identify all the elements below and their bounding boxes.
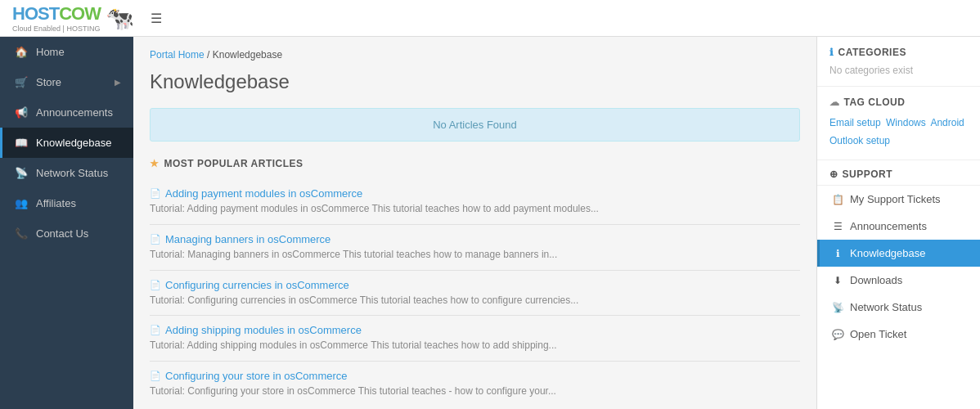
- content-main: Portal Home / Knowledgebase Knowledgebas…: [133, 37, 816, 409]
- article-desc: Tutorial: Managing banners in osCommerce…: [150, 248, 800, 262]
- tag-cloud-label: TAG CLOUD: [844, 97, 906, 108]
- page-title: Knowledgebase: [150, 70, 800, 93]
- content-area: Portal Home / Knowledgebase Knowledgebas…: [133, 37, 980, 409]
- logo-text: HOSTCOW Cloud Enabled | HOSTING: [12, 3, 101, 33]
- breadcrumb-home-link[interactable]: Portal Home: [150, 49, 205, 61]
- breadcrumb: Portal Home / Knowledgebase: [150, 49, 800, 61]
- tag-link[interactable]: Email setup: [829, 117, 881, 128]
- support-item-label: My Support Tickets: [850, 193, 941, 205]
- article-title-link[interactable]: 📄 Adding shipping modules in osCommerce: [150, 324, 800, 336]
- info-icon: ℹ: [829, 47, 834, 58]
- breadcrumb-separator: /: [207, 49, 213, 61]
- sidebar-item-knowledgebase[interactable]: 📖 Knowledgebase: [0, 128, 133, 158]
- kb-icon: ℹ: [832, 248, 843, 259]
- tickets-icon: 📋: [832, 194, 843, 205]
- support-item-label: Knowledgebase: [850, 247, 926, 259]
- globe-icon: ⊕: [829, 169, 838, 180]
- sidebar-item-home[interactable]: 🏠 Home: [0, 37, 133, 67]
- sidebar-item-affiliates[interactable]: 👥 Affiliates: [0, 188, 133, 218]
- article-icon: 📄: [150, 280, 161, 290]
- article-title-text: Configuring currencies in osCommerce: [165, 279, 349, 291]
- breadcrumb-current: Knowledgebase: [213, 49, 282, 61]
- logo-subtitle: Cloud Enabled | HOSTING: [12, 25, 101, 33]
- contact-icon: 📞: [15, 227, 28, 240]
- article-item: 📄 Managing banners in osCommerce Tutoria…: [150, 225, 800, 271]
- article-item: 📄 Adding shipping modules in osCommerce …: [150, 316, 800, 362]
- tag-cloud-title: ☁ TAG CLOUD: [829, 97, 968, 108]
- knowledgebase-icon: 📖: [15, 137, 28, 149]
- support-item-downloads[interactable]: ⬇ Downloads: [817, 267, 980, 294]
- section-header-popular: ★ MOST POPULAR ARTICLES: [150, 158, 800, 169]
- article-title-text: Managing banners in osCommerce: [165, 233, 330, 245]
- sidebar-item-contact-us[interactable]: 📞 Contact Us: [0, 218, 133, 249]
- support-item-knowledgebase[interactable]: ℹ Knowledgebase: [817, 240, 980, 267]
- logo-cow-icon: 🐄: [106, 5, 134, 32]
- support-section: ⊕ SUPPORT 📋 My Support Tickets ☰ Announc…: [817, 160, 980, 348]
- article-desc: Tutorial: Adding payment modules in osCo…: [150, 202, 800, 216]
- announcements-icon: 📢: [15, 106, 28, 119]
- sidebar-item-label: Announcements: [36, 106, 121, 119]
- sidebar-item-label: Knowledgebase: [36, 137, 121, 149]
- tag-cloud-section: ☁ TAG CLOUD Email setup Windows Android …: [817, 87, 980, 160]
- sidebar-item-network-status[interactable]: 📡 Network Status: [0, 158, 133, 188]
- popular-section-label: MOST POPULAR ARTICLES: [164, 158, 303, 169]
- sidebar-item-store[interactable]: 🛒 Store ▶: [0, 67, 133, 97]
- article-desc: Tutorial: Adding shipping modules in osC…: [150, 339, 800, 353]
- article-icon: 📄: [150, 325, 161, 335]
- signal-icon: 📡: [832, 302, 843, 313]
- article-icon: 📄: [150, 188, 161, 199]
- sidebar-item-announcements[interactable]: 📢 Announcements: [0, 97, 133, 128]
- tag-link[interactable]: Android: [930, 117, 964, 128]
- support-item-open-ticket[interactable]: 💬 Open Ticket: [817, 321, 980, 348]
- chat-icon: 💬: [832, 329, 843, 340]
- no-articles-banner: No Articles Found: [150, 108, 800, 142]
- article-icon: 📄: [150, 234, 161, 245]
- support-item-network-status[interactable]: 📡 Network Status: [817, 294, 980, 321]
- sidebar: 🏠 Home 🛒 Store ▶ 📢 Announcements 📖 Knowl…: [0, 37, 133, 409]
- article-item: 📄 Adding payment modules in osCommerce T…: [150, 179, 800, 225]
- cloud-icon: ☁: [829, 97, 840, 108]
- tag-link[interactable]: Outlook setup: [829, 135, 890, 146]
- support-item-announcements[interactable]: ☰ Announcements: [817, 213, 980, 240]
- article-title-link[interactable]: 📄 Configuring your store in osCommerce: [150, 370, 800, 382]
- star-icon: ★: [150, 158, 160, 169]
- categories-title: ℹ CATEGORIES: [829, 47, 968, 58]
- categories-section: ℹ CATEGORIES No categories exist: [817, 37, 980, 87]
- support-label: SUPPORT: [843, 169, 893, 180]
- download-icon: ⬇: [832, 275, 843, 286]
- sidebar-item-label: Store: [36, 76, 106, 88]
- support-item-label: Announcements: [850, 220, 927, 232]
- sidebar-item-label: Home: [36, 46, 121, 58]
- support-item-my-tickets[interactable]: 📋 My Support Tickets: [817, 186, 980, 213]
- right-sidebar: ℹ CATEGORIES No categories exist ☁ TAG C…: [816, 37, 980, 409]
- article-desc: Tutorial: Configuring your store in osCo…: [150, 384, 800, 398]
- article-title-link[interactable]: 📄 Managing banners in osCommerce: [150, 233, 800, 245]
- support-section-header: ⊕ SUPPORT: [817, 160, 980, 186]
- articles-list: 📄 Adding payment modules in osCommerce T…: [150, 179, 800, 407]
- hamburger-menu-icon[interactable]: ☰: [151, 11, 162, 26]
- tag-link[interactable]: Windows: [886, 117, 926, 128]
- list-icon: ☰: [832, 221, 843, 232]
- logo: HOSTCOW Cloud Enabled | HOSTING 🐄: [12, 3, 134, 33]
- sidebar-item-label: Network Status: [36, 167, 121, 179]
- no-categories-text: No categories exist: [829, 65, 968, 76]
- support-item-label: Open Ticket: [850, 328, 906, 340]
- network-status-icon: 📡: [15, 167, 28, 179]
- article-title-link[interactable]: 📄 Configuring currencies in osCommerce: [150, 279, 800, 291]
- affiliates-icon: 👥: [15, 197, 28, 209]
- article-title-link[interactable]: 📄 Adding payment modules in osCommerce: [150, 187, 800, 200]
- article-icon: 📄: [150, 371, 161, 381]
- article-item: 📄 Configuring currencies in osCommerce T…: [150, 271, 800, 317]
- store-icon: 🛒: [15, 76, 28, 88]
- tag-cloud: Email setup Windows Android Outlook setu…: [829, 115, 968, 150]
- logo-name: HOSTCOW: [12, 3, 101, 25]
- categories-label: CATEGORIES: [838, 47, 906, 58]
- home-icon: 🏠: [15, 46, 28, 58]
- article-title-text: Adding shipping modules in osCommerce: [165, 324, 362, 336]
- main-layout: 🏠 Home 🛒 Store ▶ 📢 Announcements 📖 Knowl…: [0, 37, 980, 409]
- sidebar-item-label: Affiliates: [36, 197, 121, 209]
- chevron-right-icon: ▶: [115, 78, 121, 87]
- article-title-text: Adding payment modules in osCommerce: [165, 187, 362, 200]
- article-title-text: Configuring your store in osCommerce: [165, 370, 348, 382]
- support-item-label: Network Status: [850, 301, 922, 313]
